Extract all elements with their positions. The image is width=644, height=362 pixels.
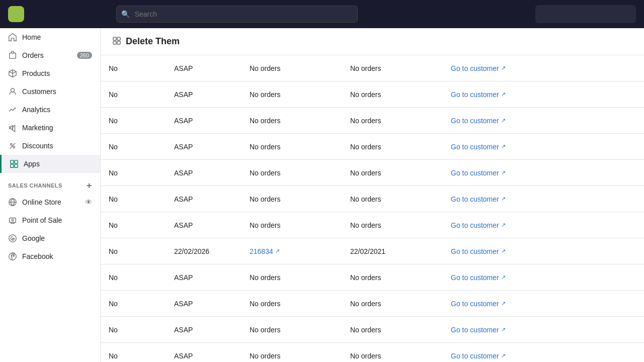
- svg-rect-7: [15, 164, 18, 167]
- svg-rect-5: [15, 160, 18, 163]
- svg-point-12: [9, 253, 16, 260]
- search-input[interactable]: [116, 6, 358, 23]
- go-to-customer-link[interactable]: Go to customer↗: [451, 274, 560, 282]
- sidebar-item-analytics[interactable]: Analytics: [0, 101, 100, 119]
- cell-col2: ASAP: [166, 267, 242, 288]
- cell-col1: No: [101, 215, 166, 235]
- orders-icon: [8, 51, 17, 60]
- external-link-icon: ↗: [501, 274, 506, 281]
- svg-rect-15: [113, 41, 116, 44]
- sidebar-item-discounts-label: Discounts: [22, 142, 53, 150]
- cell-col2: ASAP: [166, 215, 242, 235]
- table-row: NoASAPNo ordersNo ordersGo to customer↗: [101, 81, 644, 108]
- go-to-customer-link[interactable]: Go to customer↗: [451, 352, 560, 360]
- go-to-customer-link[interactable]: Go to customer↗: [451, 143, 560, 151]
- sidebar-item-discounts[interactable]: Discounts: [0, 137, 100, 155]
- online-store-icon: [8, 198, 17, 207]
- sidebar-item-home[interactable]: Home: [0, 28, 100, 46]
- sidebar-item-facebook[interactable]: Facebook: [0, 247, 100, 265]
- go-to-customer-link[interactable]: Go to customer↗: [451, 326, 560, 334]
- online-store-visibility-icon[interactable]: 👁: [85, 198, 92, 206]
- cell-col5[interactable]: Go to customer↗: [443, 294, 569, 314]
- sidebar-item-marketing[interactable]: Marketing: [0, 119, 100, 137]
- external-link-icon: ↗: [501, 326, 506, 333]
- cell-col5[interactable]: Go to customer↗: [443, 84, 569, 105]
- go-to-customer-link[interactable]: Go to customer↗: [451, 195, 560, 203]
- cell-col4: No orders: [342, 189, 443, 209]
- svg-rect-9: [10, 218, 16, 223]
- svg-point-3: [13, 146, 15, 148]
- cell-col4: No orders: [342, 84, 443, 105]
- cell-col5[interactable]: Go to customer↗: [443, 137, 569, 157]
- cell-col3: No orders: [242, 111, 342, 131]
- search-bar[interactable]: 🔍: [116, 6, 358, 23]
- discounts-icon: [8, 141, 17, 150]
- google-icon: [8, 234, 17, 243]
- cell-col4: No orders: [342, 137, 443, 157]
- sidebar-item-products[interactable]: Products: [0, 64, 100, 82]
- apps-icon: [10, 159, 19, 168]
- customers-icon: [8, 87, 17, 96]
- cell-col3: No orders: [242, 267, 342, 288]
- external-link-icon: ↗: [501, 117, 506, 124]
- sidebar-item-analytics-label: Analytics: [22, 106, 50, 114]
- cell-col1: No: [101, 346, 166, 363]
- cell-col5[interactable]: Go to customer↗: [443, 215, 569, 235]
- cell-col5[interactable]: Go to customer↗: [443, 267, 569, 288]
- facebook-icon: [8, 252, 17, 261]
- shopify-logo: [8, 6, 24, 22]
- cell-col4: No orders: [342, 111, 443, 131]
- order-link[interactable]: 216834↗: [250, 247, 334, 255]
- sidebar-item-point-of-sale-label: Point of Sale: [22, 216, 62, 224]
- cell-col2: ASAP: [166, 58, 242, 78]
- go-to-customer-link[interactable]: Go to customer↗: [451, 90, 560, 99]
- sidebar-item-customers[interactable]: Customers: [0, 82, 100, 101]
- go-to-customer-link[interactable]: Go to customer↗: [451, 169, 560, 177]
- sidebar-item-online-store[interactable]: Online Store 👁: [0, 193, 100, 211]
- go-to-customer-link[interactable]: Go to customer↗: [451, 300, 560, 308]
- cell-col5[interactable]: Go to customer↗: [443, 189, 569, 209]
- cell-col5[interactable]: Go to customer↗: [443, 241, 569, 261]
- cell-col3: No orders: [242, 58, 342, 78]
- external-link-icon: ↗: [501, 196, 506, 202]
- data-table: NoASAPNo ordersNo ordersGo to customer↗N…: [101, 55, 644, 362]
- external-link-icon: ↗: [501, 352, 506, 359]
- cell-col2: ASAP: [166, 84, 242, 105]
- cell-col2: ASAP: [166, 111, 242, 131]
- sidebar-item-point-of-sale[interactable]: Point of Sale: [0, 211, 100, 229]
- cell-col3: No orders: [242, 294, 342, 314]
- add-sales-channel-button[interactable]: +: [87, 181, 92, 190]
- sidebar-item-online-store-label: Online Store: [22, 198, 61, 206]
- cell-col5[interactable]: Go to customer↗: [443, 111, 569, 131]
- cell-col4: No orders: [342, 215, 443, 235]
- external-link-icon: ↗: [501, 169, 506, 176]
- top-bar: 🔍: [0, 0, 644, 28]
- go-to-customer-link[interactable]: Go to customer↗: [451, 247, 560, 255]
- cell-col1: No: [101, 58, 166, 78]
- external-link-icon: ↗: [501, 248, 506, 254]
- cell-col4: No orders: [342, 267, 443, 288]
- sidebar-item-apps-label: Apps: [24, 160, 40, 168]
- sidebar-item-customers-label: Customers: [22, 87, 56, 96]
- sidebar-item-orders[interactable]: Orders 260: [0, 46, 100, 64]
- sidebar-item-apps[interactable]: Apps: [0, 155, 100, 173]
- cell-col1: No: [101, 267, 166, 288]
- cell-col3[interactable]: 216834↗: [242, 241, 342, 261]
- page-header: Delete Them: [101, 28, 644, 55]
- sidebar-item-google[interactable]: Google: [0, 229, 100, 247]
- cell-col1: No: [101, 137, 166, 157]
- svg-point-1: [11, 88, 14, 92]
- go-to-customer-link[interactable]: Go to customer↗: [451, 64, 560, 72]
- cell-col5[interactable]: Go to customer↗: [443, 346, 569, 363]
- cell-col4: No orders: [342, 346, 443, 363]
- external-link-icon: ↗: [501, 222, 506, 228]
- table-row: NoASAPNo ordersNo ordersGo to customer↗: [101, 160, 644, 186]
- go-to-customer-link[interactable]: Go to customer↗: [451, 117, 560, 125]
- page-header-grid-icon: [113, 37, 121, 47]
- svg-point-10: [12, 219, 14, 221]
- cell-col5[interactable]: Go to customer↗: [443, 163, 569, 183]
- cell-col4: No orders: [342, 58, 443, 78]
- cell-col5[interactable]: Go to customer↗: [443, 58, 569, 78]
- cell-col5[interactable]: Go to customer↗: [443, 320, 569, 340]
- go-to-customer-link[interactable]: Go to customer↗: [451, 221, 560, 229]
